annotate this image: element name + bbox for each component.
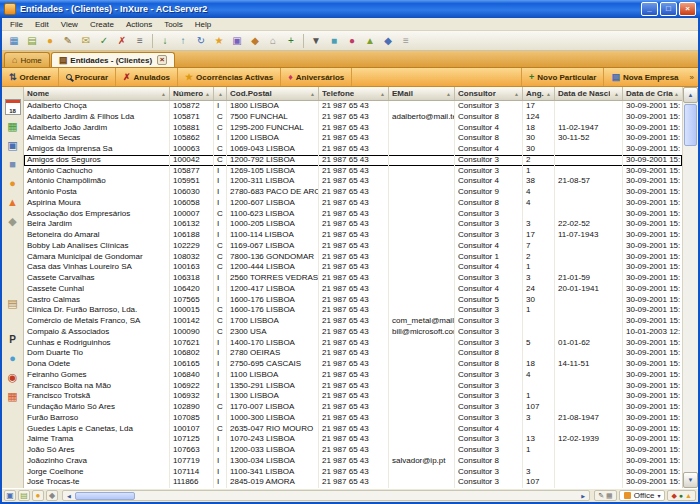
sidebar-icon-12[interactable]: ▦ <box>5 388 21 404</box>
chevron-right-icon[interactable]: » <box>686 68 698 86</box>
toolbar-icon-15[interactable]: ⌂ <box>265 33 281 49</box>
ocorrencias-activas-button[interactable]: ★Ocorrências Activas <box>178 68 281 86</box>
toolbar-icon-17[interactable]: ▼ <box>308 33 324 49</box>
anulados-button[interactable]: ✗Anulados <box>116 68 178 86</box>
maximize-button[interactable]: □ <box>660 2 677 16</box>
toolbar-icon-10[interactable]: ↑ <box>175 33 191 49</box>
table-row[interactable]: António Cachucho105877I1269-105 LISBOA21… <box>24 166 682 177</box>
letter-p-icon[interactable]: P <box>5 331 21 347</box>
table-row[interactable]: Francisco Trotskã106932I1300 LISBOA21 98… <box>24 391 682 402</box>
close-button[interactable]: × <box>679 2 696 16</box>
menu-help[interactable]: Help <box>189 19 217 30</box>
table-row[interactable]: Associação dos Empresários100007C1100-62… <box>24 209 682 220</box>
toolbar-icon-19[interactable]: ● <box>344 33 360 49</box>
table-row[interactable]: Betoneira do Amaral106188I1100-114 LISBO… <box>24 230 682 241</box>
vertical-scrollbar[interactable]: ▲ ▼ <box>682 87 698 488</box>
tab-entidades-clientes[interactable]: ▤Entidades - (Clientes)× <box>51 52 175 67</box>
table-row[interactable]: António Champôlimão105951I1200-311 LISBO… <box>24 176 682 187</box>
table-row[interactable]: Amigos dos Seguros100042C1200-792 LISBOA… <box>24 155 682 166</box>
table-row[interactable]: Fundação Mário Só Ares102890C1170-007 LI… <box>24 402 682 413</box>
table-row[interactable]: Cunhas e Rodriguinhos107621I1400-170 LIS… <box>24 338 682 349</box>
toolbar-icon-4[interactable]: ✎ <box>60 33 76 49</box>
table-row[interactable]: Dom Duarte Tio106802I2780 OEIRAS21 987 6… <box>24 348 682 359</box>
toolbar-icon-21[interactable]: ◆ <box>380 33 396 49</box>
table-row[interactable]: Almeida Secas105862I1200 LISBOA21 987 65… <box>24 133 682 144</box>
table-row[interactable]: Adalberto Choça105872I1800 LISBOA21 987 … <box>24 101 682 112</box>
toolbar-icon-7[interactable]: ✗ <box>114 33 130 49</box>
table-row[interactable]: Dona Odete106165I2750-695 CASCAIS21 987 … <box>24 359 682 370</box>
table-row[interactable]: Furão Barroso107085I1000-300 LISBOA21 98… <box>24 413 682 424</box>
table-row[interactable]: Joãozinho Crava107719I1300-034 LISBOA21 … <box>24 456 682 467</box>
office-dropdown[interactable]: Office ▾ <box>619 490 666 501</box>
table-row[interactable]: Guedes Lápis e Canetas, Lda100107C2635-0… <box>24 424 682 435</box>
sidebar-icon-5[interactable]: ● <box>5 175 21 191</box>
scroll-down-icon[interactable]: ▼ <box>683 472 698 488</box>
table-row[interactable]: Cassete Cunhal106420I1200-417 LISBOA21 9… <box>24 284 682 295</box>
status-group2-icon-2[interactable]: ● <box>679 492 683 499</box>
scroll-left-icon[interactable]: ◀ <box>63 493 75 499</box>
toolbar-icon-16[interactable]: + <box>283 33 299 49</box>
column-header-4[interactable]: Telefone▲ <box>319 87 389 100</box>
column-header-9[interactable]: Data de Criação▲ <box>623 87 682 100</box>
sidebar-icon-8[interactable]: ▤ <box>5 295 21 311</box>
status-group2-icon-3[interactable]: ▲ <box>685 492 692 499</box>
menu-edit[interactable]: Edit <box>29 19 55 30</box>
scrollbar-thumb[interactable] <box>684 104 697 146</box>
minimize-button[interactable]: _ <box>641 2 658 16</box>
tab-home[interactable]: ⌂Home <box>4 52 50 67</box>
nova-empresa-button[interactable]: ▤Nova Empresa <box>603 68 685 86</box>
status-icon-3[interactable]: ● <box>32 490 44 501</box>
status-group2-icon-1[interactable]: ◆ <box>671 492 676 499</box>
ordenar-button[interactable]: ⇅Ordenar <box>2 68 59 86</box>
toolbar-icon-20[interactable]: ▲ <box>362 33 378 49</box>
status-icon-4[interactable]: ◆ <box>46 490 58 501</box>
sidebar-icon-3[interactable]: ▣ <box>5 137 21 153</box>
table-row[interactable]: Amigos da Imprensa Sa100063C1069-043 LIS… <box>24 144 682 155</box>
table-row[interactable]: Adalberto Jardim & Filhos Lda105871C7500… <box>24 112 682 123</box>
column-header-3[interactable]: Cod.Postal▲ <box>227 87 319 100</box>
column-header-7[interactable]: Ang.▲ <box>523 87 555 100</box>
menu-view[interactable]: View <box>55 19 84 30</box>
table-row[interactable]: Clínica Dr. Furão Barroso, Lda.100015C16… <box>24 305 682 316</box>
tab-close-icon[interactable]: × <box>157 55 167 65</box>
table-row[interactable]: Jaime Trama107125I1070-243 LISBOA21 987 … <box>24 434 682 445</box>
toolbar-icon-11[interactable]: ↻ <box>193 33 209 49</box>
table-row[interactable]: Casa das Vinhas Loureiro SA100163C1200-4… <box>24 262 682 273</box>
table-row[interactable]: Comércio de Metais Franco, SA100142C1700… <box>24 316 682 327</box>
toolbar-icon-5[interactable]: ✉ <box>78 33 94 49</box>
aniversarios-button[interactable]: ♦Aniversários <box>281 68 352 86</box>
table-row[interactable]: Câmara Municipal de Gondomar108032C7800-… <box>24 252 682 263</box>
toolbar-icon-2[interactable]: ▤ <box>24 33 40 49</box>
table-row[interactable]: António Posta106030I2780-683 PACO DE ARC… <box>24 187 682 198</box>
novo-particular-button[interactable]: +Novo Particular <box>521 68 603 86</box>
sidebar-icon-6[interactable]: ▲ <box>5 194 21 210</box>
scroll-right-icon[interactable]: ▶ <box>577 493 589 499</box>
toolbar-icon-8[interactable]: ≡ <box>132 33 148 49</box>
toolbar-icon-1[interactable]: ▦ <box>6 33 22 49</box>
scrollbar-track[interactable] <box>683 147 698 472</box>
grid-icon[interactable]: ▦ <box>606 492 613 499</box>
sidebar-icon-11[interactable]: ◉ <box>5 369 21 385</box>
table-row[interactable]: Beira Jardim106132I1000-205 LISBOA21 987… <box>24 219 682 230</box>
column-header-2[interactable]: T▲ <box>214 87 227 100</box>
column-header-6[interactable]: Consultor▲ <box>455 87 523 100</box>
table-row[interactable]: Feiranho Gomes106840I1100 LISBOA21 987 6… <box>24 370 682 381</box>
toolbar-icon-6[interactable]: ✓ <box>96 33 112 49</box>
table-row[interactable]: Aspirina Moura106058I1200-607 LISBOA21 9… <box>24 198 682 209</box>
procurar-button[interactable]: Procurar <box>59 68 116 86</box>
sidebar-icon-4[interactable]: ■ <box>5 156 21 172</box>
table-row[interactable]: Adalberto João Jardim105881C1295-200 FUN… <box>24 123 682 134</box>
table-row[interactable]: Bobby Lab Analíses Clínicas102229C1169-0… <box>24 241 682 252</box>
toolbar-icon-12[interactable]: ★ <box>211 33 227 49</box>
status-icon-1[interactable]: ▣ <box>4 490 16 501</box>
calendar-icon[interactable]: 18 <box>5 99 21 115</box>
column-header-0[interactable]: Nome▲ <box>24 87 170 100</box>
table-row[interactable]: Jorge Coelhone107114I1100-341 LISBOA21 9… <box>24 467 682 478</box>
toolbar-icon-18[interactable]: ■ <box>326 33 342 49</box>
column-header-1[interactable]: Número▲ <box>170 87 214 100</box>
hscrollbar-thumb[interactable] <box>75 492 135 500</box>
toolbar-icon-14[interactable]: ◆ <box>247 33 263 49</box>
menu-actions[interactable]: Actions <box>120 19 158 30</box>
sidebar-icon-2[interactable]: ▦ <box>5 118 21 134</box>
sidebar-icon-10[interactable]: ● <box>5 350 21 366</box>
